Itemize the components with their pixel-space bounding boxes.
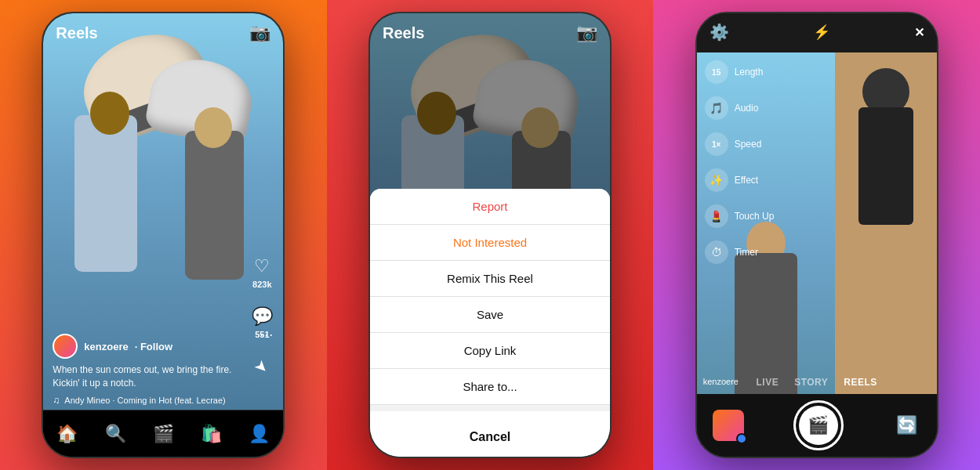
search-icon[interactable]: 🔍	[105, 424, 126, 444]
profile-icon[interactable]: 👤	[249, 424, 270, 444]
phone-2-frame: Reels 📷 Report Not Interested Remix This…	[368, 12, 612, 458]
tab-reels[interactable]: REELS	[844, 377, 877, 388]
phone-1-screen: Reels 📷 ♡ 823k 💬 551 ➤	[43, 13, 283, 457]
heart-icon: ♡	[250, 255, 274, 278]
tab-story[interactable]: STORY	[794, 377, 828, 388]
phone-3-frame: ⚙️ ⚡ ✕ kenzoere	[695, 12, 938, 458]
cam-username: kenzoere	[703, 377, 739, 386]
camera-header: ⚙️ ⚡ ✕	[697, 13, 937, 51]
reels-title: Reels	[56, 24, 97, 42]
reels-icon[interactable]: 🎬	[153, 424, 174, 444]
gallery-avatar[interactable]	[713, 410, 744, 441]
timer-label: Timer	[735, 247, 758, 258]
camera-icon[interactable]: 📷	[249, 23, 270, 43]
speed-icon: 1×	[705, 132, 728, 156]
remix-reel-button[interactable]: Remix This Reel	[370, 261, 610, 297]
audio-label: Audio	[735, 103, 759, 114]
avatar-badge	[736, 433, 747, 444]
settings-icon[interactable]: ⚙️	[710, 23, 729, 42]
user-row: kenzoere · Follow	[53, 334, 236, 359]
avatar[interactable]	[53, 334, 78, 359]
camera-icon-2[interactable]: 📷	[576, 23, 597, 43]
tool-touchup[interactable]: 💄 Touch Up	[705, 204, 775, 228]
body-left	[74, 115, 137, 272]
home-icon[interactable]: 🏠	[56, 424, 78, 444]
not-interested-button[interactable]: Not Interested	[370, 225, 610, 261]
dots-icon: ···	[260, 327, 274, 342]
report-button[interactable]: Report	[370, 189, 610, 225]
tool-timer[interactable]: ⏱ Timer	[705, 240, 775, 264]
length-label: Length	[735, 67, 764, 78]
close-icon[interactable]: ✕	[914, 25, 924, 40]
tool-effect[interactable]: ✨ Effect	[705, 168, 775, 192]
copy-link-button[interactable]: Copy Link	[370, 333, 610, 369]
send-icon: ➤	[245, 350, 278, 383]
cancel-button[interactable]: Cancel	[370, 418, 610, 457]
reels-header-2: Reels 📷	[370, 13, 610, 49]
camera-bottom-bar: 🎬 🔄	[697, 394, 937, 457]
speed-label: Speed	[735, 139, 762, 150]
camera-preview-right	[835, 52, 937, 394]
more-options-button[interactable]: ···	[260, 327, 274, 343]
reels-header: Reels 📷	[43, 13, 283, 49]
action-sheet: Report Not Interested Remix This Reel Sa…	[370, 189, 610, 457]
flash-icon[interactable]: ⚡	[813, 24, 830, 41]
cam-right-body	[858, 107, 913, 225]
tool-length[interactable]: 15 Length	[705, 60, 775, 84]
follow-button[interactable]: · Follow	[135, 341, 172, 352]
sheet-divider	[370, 405, 610, 411]
timer-icon: ⏱	[705, 240, 728, 264]
length-icon: 15	[705, 60, 728, 84]
effect-icon: ✨	[705, 168, 728, 192]
music-icon: ♫	[53, 395, 60, 406]
head-right	[194, 107, 232, 148]
username[interactable]: kenzoere	[84, 341, 128, 352]
tab-live[interactable]: LIVE	[756, 377, 779, 388]
bottom-nav: 🏠 🔍 🎬 🛍️ 👤	[43, 410, 283, 457]
flip-icon: 🔄	[896, 415, 917, 436]
audio-row: ♫ Andy Mineo · Coming in Hot (feat. Lecr…	[53, 395, 236, 406]
like-count: 823k	[252, 280, 271, 289]
camera-screen: ⚙️ ⚡ ✕ kenzoere	[697, 13, 937, 457]
effect-label: Effect	[735, 175, 758, 186]
reels-shutter-icon: 🎬	[808, 415, 829, 436]
share-button[interactable]: ➤	[250, 355, 274, 378]
share-to-button[interactable]: Share to...	[370, 369, 610, 405]
touchup-label: Touch Up	[735, 211, 775, 222]
caption: When the sun comes out, we bring the fir…	[53, 363, 236, 390]
camera-tools: 15 Length 🎵 Audio 1× Speed ✨ Effect 💄	[705, 60, 775, 264]
bottom-info: kenzoere · Follow When the sun comes out…	[53, 334, 236, 406]
comment-icon: 💬	[250, 305, 274, 328]
audio-text: Andy Mineo · Coming in Hot (feat. Lecrae…	[64, 396, 225, 405]
shop-icon[interactable]: 🛍️	[201, 424, 222, 444]
tool-audio[interactable]: 🎵 Audio	[705, 96, 775, 120]
body-right	[185, 131, 244, 280]
shutter-button[interactable]: 🎬	[793, 400, 844, 450]
reels-title-2: Reels	[383, 24, 424, 42]
tool-speed[interactable]: 1× Speed	[705, 132, 775, 156]
save-button[interactable]: Save	[370, 297, 610, 333]
like-button[interactable]: ♡ 823k	[250, 255, 274, 289]
phone-2: Reels 📷 Report Not Interested Remix This…	[327, 0, 654, 470]
side-actions: ♡ 823k 💬 551 ➤	[250, 255, 274, 378]
flip-camera-button[interactable]: 🔄	[893, 411, 921, 439]
phone-1: Reels 📷 ♡ 823k 💬 551 ➤	[0, 0, 327, 470]
phone-1-frame: Reels 📷 ♡ 823k 💬 551 ➤	[42, 12, 285, 458]
shutter-inner: 🎬	[799, 406, 838, 445]
head-left	[90, 92, 129, 135]
phone-3: ⚙️ ⚡ ✕ kenzoere	[653, 0, 980, 470]
phone-2-screen: Reels 📷 Report Not Interested Remix This…	[370, 13, 610, 457]
touchup-icon: 💄	[705, 204, 728, 228]
audio-icon: 🎵	[705, 96, 728, 120]
